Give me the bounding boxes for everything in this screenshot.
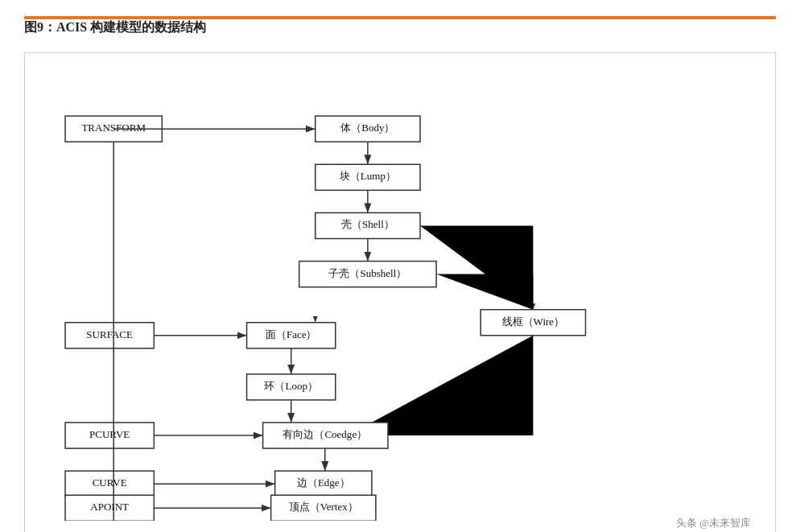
transform-label: TRANSFORM [81, 122, 146, 134]
wire-coedge-arrow [348, 336, 534, 435]
face-label: 面（Face） [266, 328, 317, 340]
loop-label: 环（Loop） [264, 380, 317, 392]
diagram-svg: TRANSFORM 体（Body） 块（Lump） 壳（Shell） 子壳（Su… [49, 69, 751, 521]
diagram-area: TRANSFORM 体（Body） 块（Lump） 壳（Shell） 子壳（Su… [24, 52, 776, 532]
page-title: 图9：ACIS 构建模型的数据结构 [24, 19, 776, 36]
vertex-label: 顶点（Vertex） [289, 501, 358, 513]
pcurve-label: PCURVE [89, 428, 130, 440]
wire-label: 线框（Wire） [502, 315, 565, 328]
subshell-label: 子壳（Subshell） [328, 267, 406, 279]
page-container: 图9：ACIS 构建模型的数据结构 TRANSFORM 体（Body） 块（Lu… [0, 0, 800, 532]
lump-label: 块（Lump） [339, 170, 396, 182]
watermark: 头条 @未来智库 [676, 516, 751, 530]
body-label: 体（Body） [340, 122, 394, 134]
subshell-wire-line [436, 274, 533, 310]
shell-label: 壳（Shell） [341, 218, 394, 230]
curve-label: CURVE [93, 476, 127, 489]
surface-label: SURFACE [86, 328, 133, 340]
coedge-label: 有向边（Coedge） [282, 428, 367, 440]
apoint-label: APOINT [90, 501, 129, 513]
edge-label: 边（Edge） [297, 476, 350, 489]
